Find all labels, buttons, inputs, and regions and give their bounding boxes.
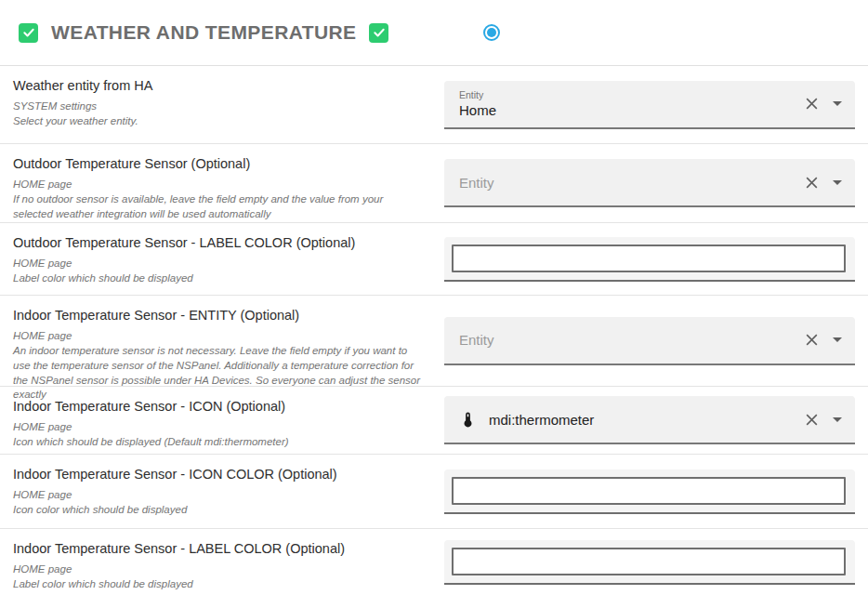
setting-title: Outdoor Temperature Sensor - LABEL COLOR… — [13, 235, 422, 250]
text-field-container — [444, 469, 855, 514]
indoor-icon-color-input[interactable] — [452, 477, 846, 505]
text-field-container — [444, 540, 855, 585]
setting-row-indoor-temp-icon: Indoor Temperature Sensor - ICON (Option… — [0, 387, 868, 455]
setting-context: SYSTEM settings — [13, 99, 422, 114]
clear-icon[interactable] — [800, 171, 823, 194]
section-radio-button[interactable] — [483, 24, 500, 41]
indoor-temp-icon-select[interactable]: mdi:thermometer — [444, 396, 855, 444]
radio-selected-dot — [487, 28, 496, 37]
setting-title: Weather entity from HA — [13, 78, 422, 93]
section-header: WEATHER AND TEMPERATURE — [0, 0, 868, 66]
setting-field-area: mdi:thermometer — [444, 387, 868, 454]
setting-text-block: Indoor Temperature Sensor - ICON COLOR (… — [0, 455, 444, 528]
setting-row-weather-entity: Weather entity from HA SYSTEM settings S… — [0, 66, 868, 144]
setting-description: Label color which should be displayed — [13, 577, 422, 592]
outdoor-temp-entity-select[interactable]: Entity — [444, 159, 855, 207]
dropdown-arrow-icon[interactable] — [833, 180, 842, 185]
setting-field-area — [444, 529, 868, 595]
section-secondary-checkbox[interactable] — [369, 23, 388, 43]
setting-field-area: Entity — [444, 296, 868, 386]
setting-field-area: Entity — [444, 144, 868, 222]
select-text: Entity Home — [459, 89, 496, 118]
setting-title: Indoor Temperature Sensor - LABEL COLOR … — [13, 541, 422, 556]
weather-entity-select[interactable]: Entity Home — [444, 81, 855, 129]
setting-context: HOME page — [13, 562, 422, 577]
setting-row-indoor-label-color: Indoor Temperature Sensor - LABEL COLOR … — [0, 529, 868, 595]
text-field-container — [444, 237, 855, 282]
setting-field-area: Entity Home — [444, 66, 868, 143]
setting-context: HOME page — [13, 329, 422, 344]
check-icon — [373, 26, 386, 39]
outdoor-label-color-input[interactable] — [452, 245, 846, 272]
clear-icon[interactable] — [800, 408, 823, 431]
setting-description: If no outdoor sensor is available, leave… — [13, 192, 422, 222]
setting-context: HOME page — [13, 420, 422, 435]
setting-description: Label color which should be displayed — [13, 271, 422, 286]
setting-description: Icon which should be displayed (Default … — [13, 435, 422, 450]
dropdown-arrow-icon[interactable] — [833, 417, 842, 422]
setting-text-block: Weather entity from HA SYSTEM settings S… — [0, 66, 444, 143]
select-placeholder: Entity — [459, 175, 494, 191]
setting-text-block: Outdoor Temperature Sensor - LABEL COLOR… — [0, 223, 444, 295]
setting-description: Select your weather entity. — [13, 114, 422, 129]
setting-text-block: Indoor Temperature Sensor - ICON (Option… — [0, 387, 444, 454]
indoor-temp-entity-select[interactable]: Entity — [444, 317, 855, 365]
indoor-label-color-input[interactable] — [452, 548, 846, 575]
clear-icon[interactable] — [800, 328, 823, 351]
setting-row-indoor-temp-entity: Indoor Temperature Sensor - ENTITY (Opti… — [0, 296, 868, 387]
select-floating-label: Entity — [459, 89, 496, 100]
setting-field-area — [444, 223, 868, 295]
setting-title: Indoor Temperature Sensor - ICON COLOR (… — [13, 467, 422, 482]
dropdown-arrow-icon[interactable] — [833, 337, 842, 342]
section-title: WEATHER AND TEMPERATURE — [51, 21, 356, 44]
thermometer-icon — [459, 411, 477, 429]
setting-text-block: Indoor Temperature Sensor - LABEL COLOR … — [0, 529, 444, 595]
clear-icon[interactable] — [800, 92, 823, 115]
setting-row-outdoor-label-color: Outdoor Temperature Sensor - LABEL COLOR… — [0, 223, 868, 296]
setting-title: Indoor Temperature Sensor - ICON (Option… — [13, 399, 422, 414]
dropdown-arrow-icon[interactable] — [833, 101, 842, 106]
setting-text-block: Outdoor Temperature Sensor (Optional) HO… — [0, 144, 444, 222]
setting-context: HOME page — [13, 178, 422, 192]
section-enabled-checkbox[interactable] — [19, 23, 38, 43]
setting-context: HOME page — [13, 257, 422, 271]
setting-row-outdoor-temp-entity: Outdoor Temperature Sensor (Optional) HO… — [0, 144, 868, 223]
check-icon — [22, 26, 35, 39]
setting-field-area — [444, 455, 868, 528]
setting-description: Icon color which should be displayed — [13, 503, 422, 518]
select-value: Home — [459, 102, 496, 118]
setting-title: Indoor Temperature Sensor - ENTITY (Opti… — [13, 308, 422, 323]
setting-context: HOME page — [13, 488, 422, 503]
setting-title: Outdoor Temperature Sensor (Optional) — [13, 156, 422, 171]
select-value: mdi:thermometer — [489, 412, 594, 428]
setting-row-indoor-icon-color: Indoor Temperature Sensor - ICON COLOR (… — [0, 455, 868, 529]
select-placeholder: Entity — [459, 332, 494, 348]
setting-text-block: Indoor Temperature Sensor - ENTITY (Opti… — [0, 296, 444, 386]
